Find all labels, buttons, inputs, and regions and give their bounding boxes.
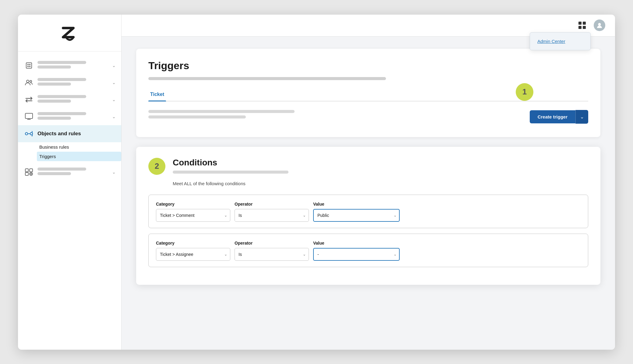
svg-point-9 (30, 133, 33, 135)
svg-point-18 (598, 23, 601, 26)
chevron-down-icon: ⌄ (112, 97, 116, 102)
condition-row-2: Category Operator Value Ticket > Assigne… (148, 234, 588, 267)
sidebar-item-monitor[interactable]: ⌄ (18, 108, 121, 125)
sidebar-item-people-bars (37, 78, 110, 87)
category-label-2: Category (156, 241, 235, 246)
tabs-row: Ticket 1 (148, 89, 588, 101)
objects-rules-icon (23, 128, 34, 139)
top-bar-icons (576, 19, 605, 31)
condition-fields-row-1: Ticket > Comment ⌄ Is ⌄ Publ (156, 209, 581, 222)
admin-center-dropdown: Admin Center (530, 32, 591, 50)
apps-add-icon (23, 167, 34, 178)
svg-rect-11 (30, 169, 33, 172)
top-bar: Admin Center (122, 15, 615, 37)
create-trigger-button[interactable]: Create trigger (530, 110, 575, 123)
building-icon (23, 60, 34, 71)
operator-label-2: Operator (235, 241, 313, 246)
sidebar: ⌄ ⌄ (18, 15, 122, 350)
conditions-header: 2 Conditions (148, 158, 588, 175)
main-content: Admin Center Triggers Ticket 1 (122, 15, 615, 350)
svg-rect-0 (26, 63, 32, 68)
triggers-panel: Triggers Ticket 1 Create trigger (136, 49, 600, 137)
condition-fields-row-2: Ticket > Assignee ⌄ Is ⌄ - (156, 248, 581, 261)
chevron-down-icon: ⌄ (112, 114, 116, 119)
value-select-2[interactable]: - (313, 248, 400, 261)
svg-rect-7 (25, 113, 33, 118)
conditions-panel: 2 Conditions Meet ALL of the following c… (136, 147, 600, 285)
conditions-meet-all: Meet ALL of the following conditions (173, 181, 588, 186)
sidebar-subnav: Business rules Triggers (18, 142, 121, 161)
create-trigger-row: Create trigger ⌄ (530, 110, 588, 124)
svg-rect-3 (27, 66, 29, 67)
category-select-wrapper-1: Ticket > Comment ⌄ (156, 209, 230, 222)
svg-point-6 (30, 80, 32, 82)
tab-ticket[interactable]: Ticket (148, 89, 166, 101)
value-select-wrapper-1: Public ⌄ (313, 209, 400, 222)
sidebar-item-channels-bars (37, 95, 110, 104)
svg-rect-14 (578, 22, 582, 25)
conditions-title: Conditions (173, 158, 288, 168)
arrows-icon (23, 94, 34, 105)
operator-label-1: Operator (235, 202, 313, 207)
user-avatar-button[interactable] (594, 19, 605, 31)
sidebar-item-apps[interactable]: ⌄ (18, 164, 121, 181)
conditions-title-group: Conditions (173, 158, 288, 174)
svg-rect-2 (29, 64, 30, 65)
sidebar-item-people[interactable]: ⌄ (18, 74, 121, 91)
monitor-icon (23, 111, 34, 122)
svg-point-8 (25, 133, 28, 135)
admin-center-link[interactable]: Admin Center (530, 35, 590, 48)
svg-rect-16 (578, 26, 582, 29)
value-select-1[interactable]: Public (313, 209, 400, 222)
svg-rect-17 (583, 26, 586, 29)
sidebar-logo (18, 15, 121, 51)
svg-rect-4 (29, 66, 30, 67)
conditions-bar-skeleton (173, 171, 288, 174)
content-area: Triggers Ticket 1 Create trigger (122, 37, 615, 350)
sidebar-navigation: ⌄ ⌄ (18, 51, 121, 350)
chevron-down-icon: ⌄ (112, 63, 116, 68)
operator-select-wrapper-1: Is ⌄ (235, 209, 309, 222)
category-select-1[interactable]: Ticket > Comment (156, 209, 230, 222)
filter-bars (148, 110, 295, 121)
svg-rect-15 (583, 22, 586, 25)
category-label-1: Category (156, 202, 235, 207)
operator-select-1[interactable]: Is (235, 209, 309, 222)
sidebar-item-objects-rules[interactable]: Objects and rules (18, 125, 121, 142)
title-bar-skeleton (148, 77, 386, 80)
value-select-wrapper-2: - ⌄ (313, 248, 400, 261)
svg-point-5 (27, 80, 29, 83)
chevron-down-icon: ⌄ (112, 80, 116, 85)
category-select-wrapper-2: Ticket > Assignee ⌄ (156, 248, 230, 261)
grid-icon-button[interactable] (576, 19, 588, 31)
operator-select-wrapper-2: Is ⌄ (235, 248, 309, 261)
value-label-2: Value (313, 241, 405, 246)
sidebar-item-monitor-bars (37, 112, 110, 121)
sidebar-subitem-triggers[interactable]: Triggers (37, 152, 121, 161)
create-trigger-dropdown-button[interactable]: ⌄ (575, 110, 588, 124)
step-1-badge: 1 (516, 83, 533, 101)
svg-rect-12 (25, 172, 28, 175)
condition-labels-row-2: Category Operator Value (156, 241, 581, 246)
step-2-badge: 2 (148, 158, 165, 175)
sidebar-item-workspace-bars (37, 61, 110, 70)
sidebar-item-channels[interactable]: ⌄ (18, 91, 121, 108)
condition-row-1: Category Operator Value Ticket > Comment… (148, 195, 588, 228)
svg-rect-1 (27, 64, 29, 65)
operator-select-2[interactable]: Is (235, 248, 309, 261)
value-label-1: Value (313, 202, 405, 207)
page-title: Triggers (148, 60, 588, 72)
condition-labels-row-1: Category Operator Value (156, 202, 581, 207)
sidebar-item-objects-rules-label: Objects and rules (37, 131, 81, 137)
sidebar-item-apps-bars (37, 168, 110, 177)
sidebar-subitem-business-rules[interactable]: Business rules (39, 142, 121, 152)
sidebar-item-workspace[interactable]: ⌄ (18, 57, 121, 74)
zendesk-logo-icon (58, 24, 82, 43)
people-icon (23, 77, 34, 88)
category-select-2[interactable]: Ticket > Assignee (156, 248, 230, 261)
chevron-down-icon: ⌄ (112, 170, 116, 175)
svg-rect-10 (25, 169, 28, 172)
